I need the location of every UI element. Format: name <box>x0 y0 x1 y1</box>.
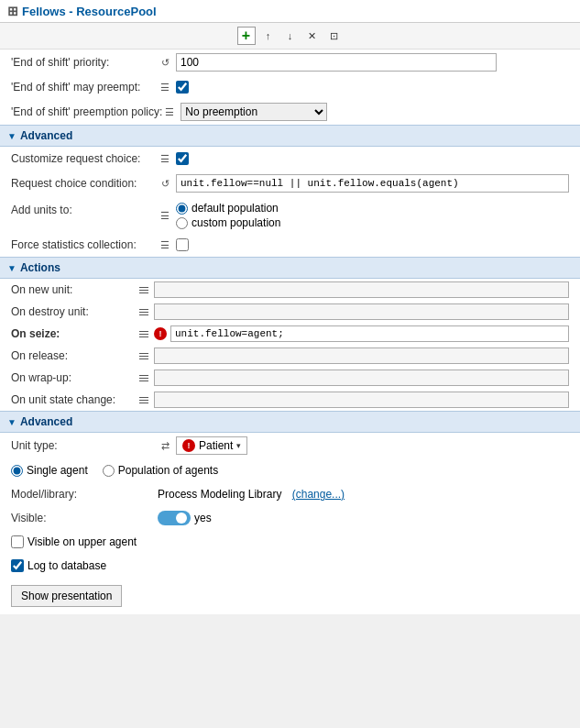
force-statistics-checkbox[interactable] <box>176 238 189 251</box>
move-down-button[interactable]: ↓ <box>281 27 300 45</box>
custom-population-label: custom population <box>192 216 280 229</box>
single-agent-row: Single agent <box>11 464 88 477</box>
visible-controls: yes <box>158 511 569 525</box>
on-new-unit-menu-icon[interactable] <box>139 284 150 295</box>
on-destroy-unit-label: On destroy unit: <box>11 305 139 318</box>
on-unit-state-change-menu-icon[interactable] <box>139 394 150 405</box>
default-population-radio[interactable] <box>176 203 188 215</box>
on-release-menu-icon[interactable] <box>139 350 150 361</box>
advanced-section-1-header[interactable]: ▼ Advanced <box>0 125 580 147</box>
request-choice-condition-controls: ↺ <box>158 174 569 193</box>
reset-customize-icon[interactable]: ☰ <box>158 151 172 166</box>
end-of-shift-priority-label: 'End of shift' priority: <box>11 56 158 69</box>
on-wrap-up-row: On wrap-up: <box>0 367 580 389</box>
on-destroy-unit-input[interactable] <box>154 303 569 320</box>
on-wrap-up-menu-icon[interactable] <box>139 372 150 383</box>
advanced-section-2-header[interactable]: ▼ Advanced <box>0 411 580 433</box>
log-to-database-label: Log to database <box>27 559 106 572</box>
unit-type-row: Unit type: ⇄ ! Patient ▾ <box>0 433 580 458</box>
on-wrap-up-label: On wrap-up: <box>11 371 139 384</box>
on-seize-controls: ! <box>139 325 569 342</box>
title-icon: ⊞ <box>7 4 18 18</box>
agent-type-row: Single agent Population of agents <box>0 458 580 482</box>
end-of-shift-preempt-controls: ☰ <box>158 80 569 94</box>
end-of-shift-priority-controls: ↺ <box>158 53 569 72</box>
log-to-database-controls: Log to database <box>11 559 569 572</box>
change-button[interactable]: (change...) <box>292 488 345 501</box>
on-destroy-unit-menu-icon[interactable] <box>139 306 150 317</box>
single-agent-radio[interactable] <box>11 465 23 477</box>
on-unit-state-change-controls <box>139 392 569 408</box>
log-to-database-row: Log to database <box>0 554 580 578</box>
unit-type-value: Patient <box>199 439 233 452</box>
model-library-label: Model/library: <box>11 488 158 501</box>
custom-population-row: custom population <box>176 216 280 229</box>
on-seize-label: On seize: <box>11 327 139 340</box>
on-unit-state-change-label: On unit state change: <box>11 393 139 406</box>
end-of-shift-priority-input[interactable] <box>176 53 497 72</box>
advanced-section-2-label: Advanced <box>20 415 72 428</box>
visible-on-upper-agent-row: Visible on upper agent <box>0 530 580 554</box>
request-choice-condition-label: Request choice condition: <box>11 177 158 190</box>
visible-on-upper-agent-checkbox[interactable] <box>11 535 24 548</box>
visible-toggle[interactable] <box>158 511 191 525</box>
on-seize-menu-icon[interactable] <box>139 328 150 339</box>
on-new-unit-input[interactable] <box>154 281 569 298</box>
on-release-input[interactable] <box>154 347 569 364</box>
on-seize-row: On seize: ! <box>0 323 580 345</box>
force-statistics-controls: ☰ <box>158 237 569 252</box>
collapse-arrow-1: ▼ <box>7 131 16 141</box>
actions-section-header[interactable]: ▼ Actions <box>0 257 580 279</box>
reset-condition-icon[interactable]: ↺ <box>158 176 172 191</box>
force-statistics-row: Force statistics collection: ☰ <box>0 233 580 257</box>
reset-policy-icon[interactable]: ☰ <box>162 105 177 119</box>
population-of-agents-radio[interactable] <box>103 465 115 477</box>
end-of-shift-policy-row: 'End of shift' preemption policy: ☰ No p… <box>0 99 580 125</box>
customize-request-choice-label: Customize request choice: <box>11 152 158 165</box>
main-content: 'End of shift' priority: ↺ 'End of shift… <box>0 50 580 614</box>
on-release-label: On release: <box>11 349 139 362</box>
reset-add-units-icon[interactable]: ☰ <box>158 208 172 223</box>
visible-row: Visible: yes <box>0 506 580 530</box>
toolbar: + ↑ ↓ ✕ ⊡ <box>0 23 580 50</box>
show-presentation-button[interactable]: Show presentation <box>11 585 122 607</box>
on-new-unit-label: On new unit: <box>11 283 139 296</box>
end-of-shift-preempt-checkbox[interactable] <box>176 81 189 94</box>
on-seize-input[interactable] <box>170 325 569 342</box>
delete-button[interactable]: ✕ <box>303 27 322 45</box>
reset-unit-type-icon[interactable]: ⇄ <box>158 438 172 453</box>
visible-value: yes <box>194 512 212 524</box>
visible-on-upper-agent-label: Visible on upper agent <box>27 535 137 548</box>
preemption-policy-select[interactable]: No preemption <box>181 103 327 121</box>
model-library-value: Process Modeling Library <box>158 488 281 501</box>
on-unit-state-change-input[interactable] <box>154 392 569 408</box>
add-units-to-label: Add units to: <box>11 202 158 216</box>
end-of-shift-priority-row: 'End of shift' priority: ↺ <box>0 50 580 75</box>
on-destroy-unit-controls <box>139 303 569 320</box>
request-choice-condition-row: Request choice condition: ↺ <box>0 171 580 196</box>
reset-priority-icon[interactable]: ↺ <box>158 55 172 70</box>
reset-preempt-icon[interactable]: ☰ <box>158 80 172 94</box>
patient-icon: ! <box>182 439 195 452</box>
visible-label: Visible: <box>11 512 158 524</box>
add-button[interactable]: + <box>237 27 256 45</box>
customize-request-choice-checkbox[interactable] <box>176 152 189 165</box>
end-of-shift-policy-controls: ☰ No preemption <box>162 103 569 121</box>
reset-force-stats-icon[interactable]: ☰ <box>158 237 172 252</box>
move-up-button[interactable]: ↑ <box>259 27 278 45</box>
customize-request-choice-row: Customize request choice: ☰ <box>0 147 580 171</box>
log-to-database-checkbox[interactable] <box>11 559 24 572</box>
title-bar: ⊞ Fellows - ResourcePool <box>0 0 580 23</box>
population-of-agents-label: Population of agents <box>118 464 218 477</box>
model-library-controls: Process Modeling Library (change...) <box>158 488 569 501</box>
title-text: Fellows - ResourcePool <box>22 5 157 18</box>
on-wrap-up-input[interactable] <box>154 370 569 386</box>
on-release-row: On release: <box>0 345 580 367</box>
request-choice-condition-input[interactable] <box>176 174 569 193</box>
patient-badge[interactable]: ! Patient ▾ <box>176 436 247 455</box>
copy-button[interactable]: ⊡ <box>325 27 344 45</box>
visible-on-upper-agent-controls: Visible on upper agent <box>11 535 569 548</box>
default-population-label: default population <box>192 202 279 215</box>
on-new-unit-row: On new unit: <box>0 279 580 301</box>
custom-population-radio[interactable] <box>176 217 188 229</box>
